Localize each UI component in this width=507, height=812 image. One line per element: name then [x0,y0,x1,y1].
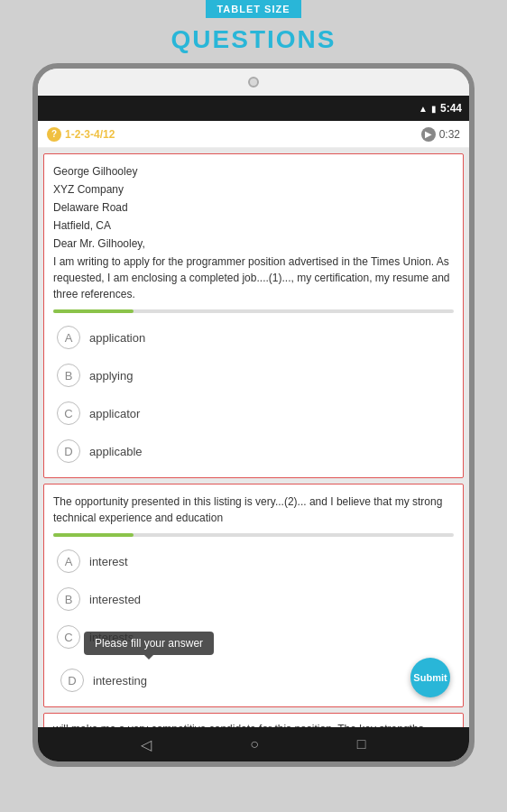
recents-button[interactable]: □ [357,736,366,752]
option-label-2-b: interested [89,593,141,606]
options-list-2: A interest B interested C interests D [53,544,454,697]
option-1-d[interactable]: D applicable [53,434,454,468]
home-button[interactable]: ○ [250,736,259,752]
signal-icon: ▲ [419,104,428,114]
progress-bar-2 [53,533,454,537]
passage-line-4: Hatfield, CA [53,217,454,234]
tablet-camera [248,77,259,88]
fill-answer-tooltip: Please fill your answer [84,632,214,655]
timer-icon: ▶ [421,127,436,142]
option-1-a[interactable]: A application [53,320,454,355]
passage-text-1: George Gilhooley XYZ Company Delaware Ro… [53,163,454,302]
back-button[interactable]: ◁ [141,736,152,753]
option-circle-1-d: D [57,439,80,463]
progress-fill-2 [53,533,134,537]
tablet-frame: ▲ ▮ 5:44 ? 1-2-3-4/12 ▶ 0:32 George Gilh… [32,63,475,767]
passage-line-6: I am writing to apply for the programmer… [53,254,454,302]
quiz-bar: ? 1-2-3-4/12 ▶ 0:32 [38,121,469,148]
progress-bar-1 [53,309,454,313]
option-2-b[interactable]: B interested [53,582,454,616]
option-2-d[interactable]: D interesting Please fill your answer [57,663,405,697]
option-label-2-a: interest [89,555,128,568]
question-card-1: George Gilhooley XYZ Company Delaware Ro… [43,153,464,478]
status-bar-icons: ▲ ▮ 5:44 [419,102,462,115]
question-card-2: The opportunity presented in this listin… [43,484,464,707]
option-1-c[interactable]: C applicator [53,396,454,430]
timer: ▶ 0:32 [421,127,460,142]
question-card-3-partial: will make me a very competitive candidat… [43,713,464,727]
timer-label: 0:32 [439,128,460,141]
question-numbers: 1-2-3-4/12 [65,128,115,141]
bottom-question-options: D interesting Please fill your answer [57,663,405,697]
option-label-2-d: interesting [93,674,147,687]
tablet-size-badge: TABLET SIZE [206,0,300,18]
option-label-1-b: applying [89,369,133,383]
option-circle-1-c: C [57,401,80,425]
tooltip-text: Please fill your answer [95,637,203,650]
option-circle-1-a: A [57,326,80,349]
top-bar: TABLET SIZE [0,0,507,18]
tablet-top-bar [38,69,469,96]
tooltip-container: interesting Please fill your answer [93,674,147,687]
option-1-b[interactable]: B applying [53,358,454,392]
option-circle-1-b: B [57,364,80,387]
option-label-1-d: applicable [89,445,143,458]
option-2-a[interactable]: A interest [53,544,454,578]
status-bar: ▲ ▮ 5:44 [38,96,469,121]
passage-line-5: Dear Mr. Gilhooley, [53,235,454,252]
android-nav-bar: ◁ ○ □ [38,727,469,761]
options-list-1: A application B applying C applicator D … [53,320,454,468]
passage-line-1: George Gilhooley [53,163,454,180]
submit-button[interactable]: Submit [410,658,450,697]
option-circle-2-d: D [60,669,84,692]
passage-text-2: The opportunity presented in this listin… [53,494,454,526]
passage-line-2: XYZ Company [53,181,454,198]
progress-fill-1 [53,309,134,313]
question-icon: ? [47,127,61,142]
content-area: George Gilhooley XYZ Company Delaware Ro… [38,148,469,727]
option-label-1-a: application [89,331,145,345]
passage-q2: The opportunity presented in this listin… [53,494,454,526]
option-circle-2-b: B [57,587,80,611]
option-label-1-c: applicator [89,407,140,420]
option-circle-2-c: C [57,625,80,649]
battery-icon: ▮ [431,104,437,114]
option-circle-2-a: A [57,549,80,573]
status-time: 5:44 [440,102,462,115]
passage-line-3: Delaware Road [53,199,454,216]
page-title: QUESTIONS [171,25,336,54]
bottom-question-row: D interesting Please fill your answer Su… [53,658,454,697]
question-counter: ? 1-2-3-4/12 [47,127,115,142]
